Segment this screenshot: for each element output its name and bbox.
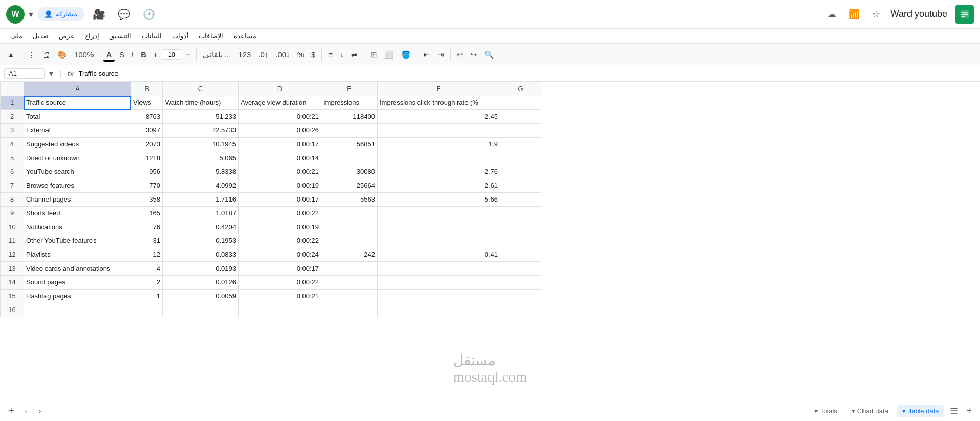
font-size-input[interactable]: 10 [162,49,181,60]
cell-c9[interactable]: 1.0187 [163,207,239,220]
cell-f11[interactable] [378,234,500,248]
cell-e3[interactable] [321,124,378,138]
cell-a4[interactable]: Suggested videos [24,138,131,151]
cell-c10[interactable]: 0.4204 [163,220,239,234]
toolbar-print-btn[interactable]: 🖨 [39,48,53,61]
row-number[interactable]: 15 [1,290,24,303]
col-header-b[interactable]: B [131,82,163,96]
cell-f14[interactable] [378,276,500,290]
cell-g1[interactable] [500,96,541,110]
cell-a8[interactable]: Channel pages [24,193,131,207]
cell-f10[interactable] [378,220,500,234]
cell-g15[interactable] [500,290,541,303]
cell-f3[interactable] [378,124,500,138]
toolbar-border-btn[interactable]: ⬜ [381,48,397,61]
cell-g16[interactable] [500,303,541,317]
cell-g3[interactable] [500,124,541,138]
cell-d8[interactable]: 0:00:17 [239,193,321,207]
col-header-a[interactable]: A [24,82,131,96]
cell-c15[interactable]: 0.0059 [163,290,239,303]
menu-help[interactable]: مساعدة [229,31,261,41]
cell-c14[interactable]: 0.0126 [163,276,239,290]
row-number[interactable]: 16 [1,303,24,317]
toolbar-auto-btn[interactable]: تلقائي ... [200,48,235,61]
cell-a15[interactable]: Hashtag pages [24,290,131,303]
toolbar-percent-btn[interactable]: % [294,48,307,61]
cell-f16[interactable] [378,303,500,317]
cell-c6[interactable]: 5.8338 [163,165,239,179]
cell-g10[interactable] [500,220,541,234]
col-header-g[interactable]: G [500,82,541,96]
cell-b8[interactable]: 358 [131,193,163,207]
cell-f2[interactable]: 2.45 [378,110,500,124]
toolbar-zoom-btn[interactable]: 100% [71,48,97,61]
row-number[interactable]: 14 [1,276,24,290]
cell-e2[interactable]: 118400 [321,110,378,124]
cell-a16[interactable] [24,303,131,317]
row-number[interactable]: 5 [1,151,24,165]
star-icon-btn[interactable]: ☆ [870,7,882,22]
cell-c7[interactable]: 4.0992 [163,179,239,193]
cell-g9[interactable] [500,207,541,220]
cell-a13[interactable]: Video cards and annotations [24,262,131,276]
row-number[interactable]: 1 [1,96,24,110]
cell-d2[interactable]: 0:00:21 [239,110,321,124]
row-number[interactable]: 9 [1,207,24,220]
cell-g4[interactable] [500,138,541,151]
cell-d5[interactable]: 0:00:14 [239,151,321,165]
toolbar-plus-btn[interactable]: + [150,48,161,61]
toolbar-search-btn[interactable]: 🔍 [481,48,497,61]
cloud-icon-btn[interactable]: ☁ [825,7,838,22]
cell-e10[interactable] [321,220,378,234]
cell-b16[interactable] [131,303,163,317]
toolbar-merge-btn[interactable]: ⊞ [367,48,380,61]
menu-data[interactable]: البيانات [137,31,166,41]
col-header-e[interactable]: E [321,82,378,96]
toolbar-strikethrough-btn[interactable]: S [116,48,127,61]
row-number[interactable]: 7 [1,179,24,193]
cell-e9[interactable] [321,207,378,220]
cell-c8[interactable]: 1.7116 [163,193,239,207]
cell-g8[interactable] [500,193,541,207]
tab-table-data[interactable]: ▾ Table data [897,405,944,417]
cell-a14[interactable]: Sound pages [24,276,131,290]
cell-g6[interactable] [500,165,541,179]
toolbar-more-btn[interactable]: ⋮ [25,48,38,61]
video-call-icon-btn[interactable]: 🎥 [88,6,109,23]
cell-g14[interactable] [500,276,541,290]
cell-b7[interactable]: 770 [131,179,163,193]
cell-b6[interactable]: 956 [131,165,163,179]
cell-f15[interactable] [378,290,500,303]
toolbar-italic-btn[interactable]: I [128,48,136,61]
cell-a9[interactable]: Shorts feed [24,207,131,220]
cell-a2[interactable]: Total [24,110,131,124]
toolbar-123-btn[interactable]: 123 [235,48,254,61]
history-icon-btn[interactable]: 🕐 [138,6,159,23]
row-number[interactable]: 13 [1,262,24,276]
cell-f13[interactable] [378,262,500,276]
cell-e7[interactable]: 25664 [321,179,378,193]
menu-tools[interactable]: أدوات [168,31,193,41]
row-number[interactable]: 6 [1,165,24,179]
toolbar-undo-btn[interactable]: ↩ [454,48,466,61]
toolbar-decimal-up-btn[interactable]: .0↑ [255,48,271,61]
row-number[interactable]: 10 [1,220,24,234]
tab-chart-data[interactable]: ▾ Chart data [847,405,894,417]
cell-b15[interactable]: 1 [131,290,163,303]
cell-f6[interactable]: 2.76 [378,165,500,179]
toolbar-minus-btn[interactable]: − [182,48,193,61]
toolbar-font-color-btn[interactable]: A [103,48,115,62]
toolbar-paint-btn[interactable]: 🎨 [54,48,70,61]
toolbar-bg-color-btn[interactable]: 🪣 [398,48,414,61]
row-number[interactable]: 4 [1,138,24,151]
cell-f7[interactable]: 2.61 [378,179,500,193]
col-header-c[interactable]: C [163,82,239,96]
chat-icon-btn[interactable]: 💬 [113,6,134,23]
cell-b4[interactable]: 2073 [131,138,163,151]
cell-d16[interactable] [239,303,321,317]
cell-c1[interactable]: Watch time (hours) [163,96,239,110]
cell-g12[interactable] [500,248,541,262]
menu-addons[interactable]: الإضافات [195,31,227,41]
cell-a6[interactable]: YouTube search [24,165,131,179]
cell-a1[interactable]: Traffic source [24,96,131,110]
